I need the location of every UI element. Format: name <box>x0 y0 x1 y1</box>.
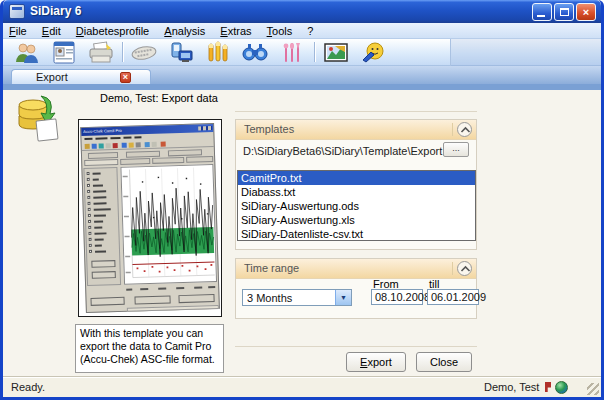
time-range-group-header: Time range <box>236 259 476 279</box>
template-description: With this template you can export the da… <box>75 324 224 373</box>
app-window: SiDiary 6 × File Edit Diabetesprofile An… <box>0 0 604 400</box>
window-title: SiDiary 6 <box>30 4 81 18</box>
tab-label: Export <box>36 71 68 83</box>
toolbar-separator <box>122 42 123 62</box>
template-list-item[interactable]: SiDiary-Datenliste-csv.txt <box>238 227 475 241</box>
from-date-field[interactable]: 08.10.2008 <box>371 289 423 305</box>
menu-extras[interactable]: Extras <box>214 23 257 37</box>
chevron-up-icon <box>460 126 471 134</box>
patients-icon <box>12 40 42 65</box>
till-date-field[interactable]: 06.01.2009 <box>427 289 479 305</box>
template-list[interactable]: CamitPro.txt Diabass.txt SiDiary-Auswert… <box>237 170 476 241</box>
toolbar-button-assistant[interactable] <box>358 40 388 65</box>
templates-collapse-button[interactable] <box>457 122 472 137</box>
menu-help[interactable]: ? <box>301 23 319 37</box>
maximize-icon <box>560 8 569 16</box>
menu-file[interactable]: File <box>3 23 33 37</box>
minimize-button[interactable] <box>532 3 552 21</box>
template-list-item[interactable]: Diabass.txt <box>238 185 475 199</box>
menu-diabetesprofile[interactable]: Diabetesprofile <box>70 23 155 37</box>
notification-icon <box>545 382 551 392</box>
resize-grip[interactable] <box>587 383 599 395</box>
close-dialog-button[interactable]: Close <box>416 352 472 372</box>
export-page: Demo, Test: Export data Accu-Chek Camit … <box>3 90 601 376</box>
toolbar-button-keyboard[interactable] <box>129 40 159 65</box>
toolbar-button-profile[interactable] <box>49 40 79 65</box>
keyboard-icon <box>129 40 159 65</box>
status-user: Demo, Test <box>484 381 539 393</box>
panel-divider <box>235 111 477 112</box>
search-icon <box>240 40 270 65</box>
page-title: Demo, Test: Export data <box>100 92 218 104</box>
export-data-icon <box>11 90 65 144</box>
close-icon: × <box>583 6 589 18</box>
tab-export[interactable]: Export × <box>11 69 151 84</box>
time-range-group-title: Time range <box>244 262 299 274</box>
close-button[interactable]: × <box>576 3 596 21</box>
maximize-button[interactable] <box>554 3 574 21</box>
statistics-icon <box>321 40 351 65</box>
app-icon <box>9 4 25 19</box>
template-list-item[interactable]: CamitPro.txt <box>238 171 475 185</box>
toolbar-button-nutrition[interactable] <box>277 40 307 65</box>
browse-button[interactable]: ... <box>443 142 469 157</box>
menu-analysis[interactable]: Analysis <box>158 23 211 37</box>
time-range-group: Time range 3 Months ▼ From 08.10.2008 ti… <box>235 258 477 319</box>
status-message: Ready. <box>11 381 45 393</box>
assistant-icon <box>358 40 388 65</box>
time-range-selected-value: 3 Months <box>247 292 292 304</box>
online-status-icon <box>555 381 568 394</box>
template-list-item[interactable]: SiDiary-Auswertung.ods <box>238 199 475 213</box>
menu-bar: File Edit Diabetesprofile Analysis Extra… <box>3 23 601 39</box>
sync-device-icon <box>166 40 196 65</box>
templates-group-title: Templates <box>244 123 294 135</box>
print-icon <box>86 40 116 65</box>
chevron-up-icon <box>460 265 471 273</box>
tab-close-icon[interactable]: × <box>120 72 131 83</box>
template-path: D:\SiDiaryBeta6\SiDiary\Template\Export <box>243 145 442 157</box>
status-bar: Ready. Demo, Test <box>3 376 601 397</box>
toolbar-button-print[interactable] <box>86 40 116 65</box>
button-divider <box>235 346 477 347</box>
profile-icon <box>49 40 79 65</box>
toolbar-button-patients[interactable] <box>12 40 42 65</box>
toolbar-button-statistics[interactable] <box>321 40 351 65</box>
tool-bar <box>3 39 601 66</box>
lab-values-icon <box>203 40 233 65</box>
time-range-collapse-button[interactable] <box>457 261 472 276</box>
toolbar-separator <box>314 42 315 62</box>
preview-chart <box>120 164 217 285</box>
menu-edit[interactable]: Edit <box>36 23 67 37</box>
preview-mini-window: Accu-Chek Camit Pro <box>80 123 220 313</box>
preview-x-axis <box>124 284 217 293</box>
toolbar-button-sync-device[interactable] <box>166 40 196 65</box>
templates-group: Templates D:\SiDiaryBeta6\SiDiary\Templa… <box>235 119 477 250</box>
dropdown-arrow-icon[interactable]: ▼ <box>335 290 351 305</box>
minimize-icon <box>537 15 545 17</box>
toolbar-shade <box>450 39 604 66</box>
templates-group-header: Templates <box>236 120 476 140</box>
toolbar-button-lab-values[interactable] <box>203 40 233 65</box>
template-list-item[interactable]: SiDiary-Auswertung.xls <box>238 213 475 227</box>
title-bar[interactable]: SiDiary 6 × <box>3 0 601 23</box>
time-range-select[interactable]: 3 Months ▼ <box>242 289 352 306</box>
template-preview-image: Accu-Chek Camit Pro <box>78 119 222 317</box>
preview-parameter-list <box>83 167 121 286</box>
nutrition-icon <box>277 40 307 65</box>
export-button[interactable]: Export <box>346 352 406 372</box>
menu-tools[interactable]: Tools <box>261 23 299 37</box>
toolbar-button-search[interactable] <box>240 40 270 65</box>
